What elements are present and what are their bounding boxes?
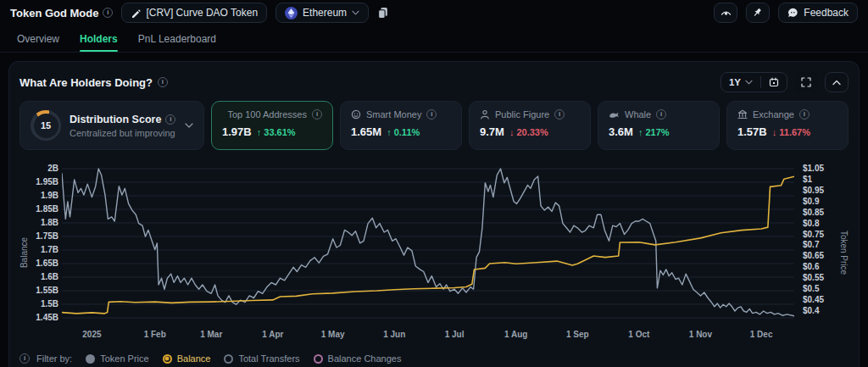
info-icon[interactable] <box>312 109 322 120</box>
filter-option-label: Balance <box>177 353 211 364</box>
info-icon[interactable] <box>656 109 666 120</box>
stat-label: Top 100 Addresses <box>227 109 307 120</box>
stat-card-top-100-addresses[interactable]: Top 100 Addresses 1.97B↑ 33.61% <box>211 101 333 150</box>
filter-by-label: Filter by: <box>36 353 72 364</box>
time-range-control: 1Y <box>721 72 787 92</box>
info-icon[interactable] <box>19 353 30 364</box>
holders-chart: Balance Token Price 2B1.95B1.9B1.85B1.8B… <box>19 162 849 343</box>
stat-cards-row: 15 Distribution Score Centralized but im… <box>19 101 849 150</box>
x-axis-labels: 20251 Feb1 Mar1 Apr1 May1 Jun1 Jul1 Aug1… <box>62 330 794 343</box>
stat-change: ↓ 20.33% <box>509 127 548 137</box>
info-icon[interactable] <box>426 109 437 120</box>
filter-option-balance[interactable]: Balance <box>163 353 211 364</box>
chart-plot-area[interactable] <box>62 162 794 325</box>
calendar-button[interactable] <box>761 73 787 92</box>
filter-option-total-transfers[interactable]: Total Transfers <box>224 353 299 364</box>
tab-label: Holders <box>80 33 118 45</box>
filter-option-balance-changes[interactable]: Balance Changes <box>314 353 402 364</box>
stat-label: Public Figure <box>495 109 549 120</box>
filter-option-label: Token Price <box>100 353 148 364</box>
stat-value: 1.57B <box>737 125 767 138</box>
stat-change: ↑ 33.61% <box>257 127 296 137</box>
radio-icon <box>163 354 172 364</box>
distribution-score-title: Distribution Score <box>70 114 161 125</box>
info-icon[interactable] <box>165 114 175 125</box>
stat-card-public-figure[interactable]: Public Figure 9.7M↓ 20.33% <box>469 101 591 150</box>
chevron-down-icon <box>352 10 359 15</box>
chevron-down-icon[interactable] <box>185 123 193 128</box>
tab-label: Overview <box>17 33 59 45</box>
collapse-panel-button[interactable] <box>825 72 849 92</box>
stat-card-smart-money[interactable]: Smart Money 1.65M↑ 0.11% <box>340 101 462 150</box>
chevron-down-icon <box>745 80 753 85</box>
feedback-label: Feedback <box>804 7 849 19</box>
radio-icon <box>314 354 323 364</box>
whale-icon <box>609 109 620 120</box>
eye-icon <box>721 8 732 18</box>
stat-card-exchange[interactable]: Exchange 1.57B↓ 11.67% <box>726 101 849 150</box>
holders-panel: What Are Holders Doing? 1Y <box>8 61 860 367</box>
y-axis-left-labels: 2B1.95B1.9B1.85B1.8B1.75B1.7B1.65B1.6B1.… <box>19 162 58 325</box>
network-selector-label: Ethereum <box>303 7 347 19</box>
tab-label: PnL Leaderboard <box>138 33 216 45</box>
info-icon[interactable] <box>103 8 113 18</box>
page-title-text: Token God Mode <box>10 7 98 19</box>
distribution-score-subtitle: Centralized but improving <box>70 128 176 138</box>
info-icon[interactable] <box>799 109 810 120</box>
stat-label: Whale <box>625 109 651 120</box>
feedback-chat-icon <box>787 8 798 18</box>
time-range-dropdown[interactable]: 1Y <box>721 73 760 92</box>
stat-value: 3.6M <box>609 125 633 138</box>
fullscreen-icon <box>801 77 811 87</box>
filter-bar: Filter by: Token Price Balance Total Tra… <box>19 353 849 364</box>
panel-title-text: What Are Holders Doing? <box>19 76 153 89</box>
pencil-icon <box>131 8 141 18</box>
watchlist-eye-button[interactable] <box>714 3 737 23</box>
series-balance <box>62 176 794 314</box>
distribution-score-value: 15 <box>34 114 58 138</box>
chevron-up-icon <box>832 80 841 86</box>
calendar-icon <box>769 77 779 87</box>
info-icon[interactable] <box>158 77 168 87</box>
tab-pnl-leaderboard[interactable]: PnL Leaderboard <box>128 25 226 52</box>
filter-option-token-price[interactable]: Token Price <box>86 353 148 364</box>
stat-card-whale[interactable]: Whale 3.6M↑ 217% <box>598 101 720 150</box>
stat-change: ↑ 217% <box>638 127 670 137</box>
tab-holders[interactable]: Holders <box>70 25 128 52</box>
public-figure-icon <box>480 109 490 120</box>
copy-address-icon[interactable] <box>377 7 389 19</box>
tab-overview[interactable]: Overview <box>7 25 70 52</box>
holders-chart-svg <box>62 162 794 325</box>
filter-option-label: Balance Changes <box>328 353 402 364</box>
series-token-price <box>62 169 794 316</box>
ethereum-icon <box>285 7 298 19</box>
distribution-score-card[interactable]: 15 Distribution Score Centralized but im… <box>19 101 204 150</box>
time-range-value: 1Y <box>729 77 741 87</box>
stat-change: ↑ 0.11% <box>387 127 420 137</box>
distribution-score-gauge: 15 <box>31 110 61 141</box>
pin-button[interactable] <box>746 3 770 23</box>
exchange-bank-icon <box>737 109 748 120</box>
panel-title: What Are Holders Doing? <box>19 76 168 89</box>
token-selector-label: [CRV] Curve DAO Token <box>146 7 258 19</box>
feedback-button[interactable]: Feedback <box>778 3 858 23</box>
info-icon[interactable] <box>554 109 565 120</box>
stat-label: Smart Money <box>366 109 421 120</box>
token-selector-button[interactable]: [CRV] Curve DAO Token <box>121 3 267 23</box>
top-bar: Token God Mode [CRV] Curve DAO Token Eth… <box>0 0 868 25</box>
smart-money-icon <box>351 109 361 120</box>
filter-option-label: Total Transfers <box>238 353 299 364</box>
stat-label: Exchange <box>753 109 794 120</box>
stat-value: 1.65M <box>351 125 381 138</box>
pin-icon <box>753 8 763 18</box>
radio-icon <box>224 354 233 364</box>
radio-icon <box>86 354 95 364</box>
network-selector-button[interactable]: Ethereum <box>275 3 369 23</box>
y-axis-right-labels: $1.05$1$0.95$0.9$0.85$0.8$0.75$0.7$0.65$… <box>798 162 849 325</box>
stat-value: 9.7M <box>480 125 504 138</box>
stat-change: ↓ 11.67% <box>772 127 810 137</box>
tab-bar: Overview Holders PnL Leaderboard <box>0 25 868 53</box>
expand-chart-button[interactable] <box>794 72 818 92</box>
page-title: Token God Mode <box>10 7 113 19</box>
stat-value: 1.97B <box>222 125 252 138</box>
